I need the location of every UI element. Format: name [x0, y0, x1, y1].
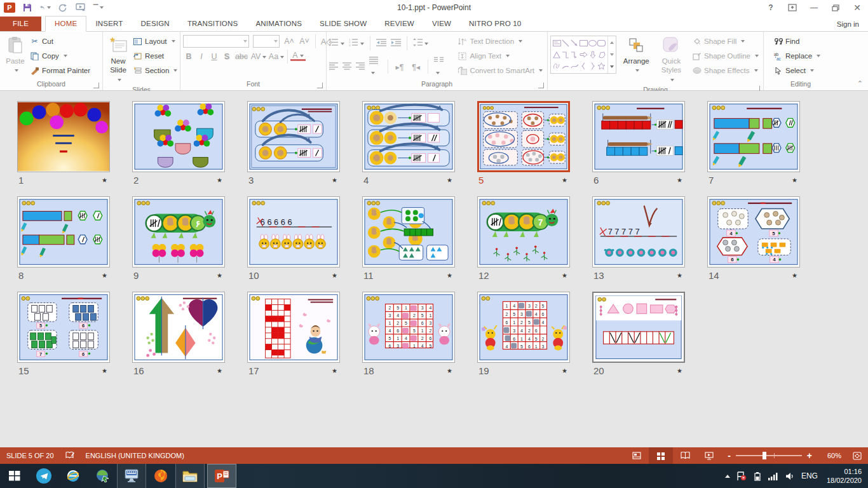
character-spacing-button[interactable]: AV — [250, 52, 267, 61]
rounded-rect-shape-icon[interactable] — [597, 37, 606, 49]
tab-insert[interactable]: INSERT — [86, 17, 132, 31]
tab-slideshow[interactable]: SLIDE SHOW — [311, 17, 376, 31]
font-name-combo[interactable] — [183, 35, 249, 48]
elbow-arrow-connector-icon[interactable] — [570, 49, 579, 60]
grow-font-icon[interactable]: A˄ — [283, 37, 295, 46]
numbering-button[interactable]: 123 — [349, 37, 364, 49]
powerpoint-taskbar-icon[interactable]: P — [207, 464, 236, 488]
arrange-button[interactable]: Arrange — [620, 34, 653, 77]
tab-review[interactable]: REVIEW — [376, 17, 423, 31]
network-signal-icon[interactable] — [768, 472, 779, 480]
slide-thumbnail[interactable]: 5 6 7 6 15★ — [17, 292, 110, 376]
align-text-button[interactable]: Align Text — [456, 50, 545, 62]
font-dialog-launcher[interactable] — [317, 83, 323, 88]
copy-button[interactable]: Copy — [28, 50, 92, 62]
tab-home[interactable]: HOME — [45, 16, 86, 32]
select-button[interactable]: Select — [771, 64, 822, 77]
scribble-shape-icon[interactable] — [552, 60, 561, 72]
collapse-ribbon-icon[interactable]: ⌃ — [857, 79, 863, 88]
zoom-slider[interactable] — [736, 455, 802, 456]
arc-shape-icon[interactable] — [561, 60, 570, 72]
italic-button[interactable]: I — [196, 52, 207, 61]
input-language-indicator[interactable]: ENG — [801, 471, 818, 480]
slide-thumbnail[interactable]: 11★ — [362, 196, 455, 281]
zoom-in-button[interactable]: + — [807, 451, 812, 461]
volume-icon[interactable] — [785, 472, 795, 480]
close-icon[interactable]: ✕ — [846, 0, 868, 15]
internet-explorer-taskbar-icon[interactable] — [58, 464, 88, 488]
slide-thumbnail[interactable]: 25134 34251 12563 46512 51426 63145 18★ — [362, 292, 455, 376]
curve-shape-icon[interactable] — [570, 60, 579, 72]
new-slide-button[interactable]: New Slide — [105, 34, 131, 86]
slide-thumbnail-selected[interactable]: 5★ — [477, 101, 570, 186]
shape-fill-button[interactable]: Shape Fill — [690, 35, 761, 48]
firefox-taskbar-icon[interactable] — [146, 464, 175, 488]
shrink-font-icon[interactable]: A˅ — [299, 37, 310, 46]
section-button[interactable]: Section — [131, 64, 179, 77]
rectangle-shape-icon[interactable] — [579, 37, 588, 49]
align-right-button[interactable] — [356, 61, 365, 72]
customize-qat-icon[interactable]: ▔ — [93, 3, 104, 13]
onscreen-keyboard-taskbar-icon[interactable] — [117, 464, 146, 488]
slide-thumbnail[interactable]: 7 7 7 7 7 13★ — [592, 196, 685, 281]
convert-smartart-button[interactable]: Convert to SmartArt — [456, 64, 545, 77]
ribbon-display-options-icon[interactable] — [782, 0, 803, 15]
tab-view[interactable]: VIEW — [423, 17, 460, 31]
slide-thumbnail[interactable]: 17★ — [247, 292, 340, 376]
reading-view-button[interactable] — [673, 447, 697, 464]
star-shape-icon[interactable] — [597, 60, 606, 72]
slide-sorter-view-button[interactable] — [649, 447, 673, 464]
normal-view-button[interactable] — [625, 447, 649, 464]
columns-button[interactable] — [434, 55, 447, 78]
justify-button[interactable] — [369, 55, 382, 78]
format-painter-button[interactable]: Format Painter — [28, 64, 92, 77]
zoom-out-button[interactable]: - — [728, 451, 731, 461]
help-icon[interactable]: ? — [760, 0, 782, 15]
underline-button[interactable]: U — [208, 52, 220, 61]
telegram-taskbar-icon[interactable] — [29, 464, 58, 488]
tab-animations[interactable]: ANIMATIONS — [247, 17, 311, 31]
redo-icon[interactable] — [57, 3, 69, 13]
tab-file[interactable]: FILE — [0, 17, 41, 31]
paragraph-dialog-launcher[interactable] — [538, 83, 544, 88]
cut-button[interactable]: ✂ Cut — [28, 35, 92, 48]
slideshow-view-button[interactable] — [697, 447, 721, 464]
undo-icon[interactable] — [39, 3, 51, 13]
zoom-slider-thumb[interactable] — [763, 452, 766, 459]
replace-button[interactable]: abac Replace — [771, 50, 822, 62]
ltr-direction-button[interactable]: ▸¶ — [393, 62, 405, 72]
right-brace-shape-icon[interactable] — [588, 60, 597, 72]
font-color-button[interactable]: A — [290, 52, 306, 61]
slide-thumbnail[interactable]: 2★ — [132, 101, 225, 186]
minimize-icon[interactable]: — — [803, 0, 825, 15]
slide-thumbnail[interactable]: 16★ — [132, 292, 225, 376]
slide-thumbnail[interactable]: 7 12★ — [477, 196, 570, 281]
save-icon[interactable] — [22, 3, 33, 13]
change-case-button[interactable]: Aa — [268, 52, 285, 61]
slide-thumbnail[interactable]: 8★ — [17, 196, 110, 281]
textbox-shape-icon[interactable] — [552, 37, 561, 49]
slide-thumbnail[interactable]: 7★ — [707, 101, 800, 186]
tab-nitro[interactable]: NITRO PRO 10 — [460, 17, 530, 31]
show-hidden-icons-button[interactable] — [725, 475, 730, 478]
reset-button[interactable]: Reset — [131, 50, 179, 62]
quick-styles-button[interactable]: Quick Styles — [656, 34, 686, 86]
find-button[interactable]: Find — [771, 35, 822, 48]
rtl-direction-button[interactable]: ¶◂ — [410, 62, 422, 72]
shape-outline-button[interactable]: Shape Outline — [690, 50, 761, 62]
slide-thumbnail[interactable]: 4 5 6 4 14★ — [707, 196, 800, 281]
elbow-connector-icon[interactable] — [561, 49, 570, 60]
down-arrow-shape-icon[interactable] — [588, 49, 597, 60]
restore-icon[interactable] — [825, 0, 846, 15]
slide-thumbnail[interactable]: 14325 25346 61254 53426 61452 45613 19★ — [477, 292, 570, 376]
strikethrough-button[interactable]: abc — [234, 52, 249, 61]
slide-thumbnail[interactable]: 4★ — [362, 101, 455, 186]
start-slideshow-icon[interactable] — [75, 3, 86, 13]
shapes-gallery-scroll[interactable] — [607, 36, 616, 73]
zoom-percentage[interactable]: 60% — [818, 452, 841, 459]
slide-thumbnail[interactable]: 6★ — [592, 101, 685, 186]
slide-sorter-pane[interactable]: 1★ — [0, 91, 868, 447]
idm-taskbar-icon[interactable] — [88, 464, 117, 488]
align-center-button[interactable] — [342, 61, 351, 72]
spellcheck-icon[interactable] — [65, 451, 74, 461]
